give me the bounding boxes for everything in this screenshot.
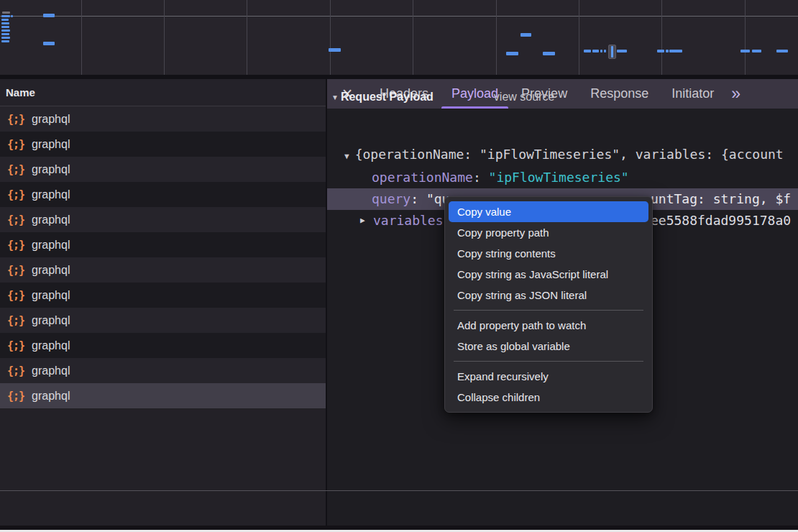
waterfall-bar xyxy=(43,14,55,17)
property-key: query xyxy=(372,191,411,206)
waterfall-bar xyxy=(604,50,606,52)
request-name-label: graphql xyxy=(32,138,70,151)
request-row[interactable]: {;}graphql xyxy=(0,283,326,308)
more-tabs-chevron-icon[interactable]: » xyxy=(731,84,739,104)
request-name-label: graphql xyxy=(32,239,70,252)
overview-gridline xyxy=(164,0,165,75)
json-braces-icon: {;} xyxy=(7,239,24,252)
section-title: Request Payload xyxy=(341,91,434,104)
payload-operationname-row[interactable]: operationName: "ipFlowTimeseries" xyxy=(372,170,629,185)
network-overview[interactable] xyxy=(0,0,798,75)
json-braces-icon: {;} xyxy=(7,364,24,377)
waterfall-bar xyxy=(43,42,55,45)
horizontal-divider xyxy=(0,490,798,491)
waterfall-bar xyxy=(506,52,518,55)
request-row[interactable]: {;}graphql xyxy=(0,232,326,257)
menu-item-copy-string-as-javascript-literal[interactable]: Copy string as JavaScript literal xyxy=(449,264,648,285)
request-list-body: {;}graphql{;}graphql{;}graphql{;}graphql… xyxy=(0,106,326,408)
request-name-label: graphql xyxy=(32,163,70,176)
waterfall-bar xyxy=(1,26,9,28)
payload-root-row[interactable]: ▼{operationName: "ipFlowTimeseries", var… xyxy=(344,147,784,162)
json-braces-icon: {;} xyxy=(7,264,24,277)
request-row[interactable]: {;}graphql xyxy=(0,157,326,182)
property-value: "ipFlowTimeseries" xyxy=(489,170,629,185)
waterfall-bar xyxy=(1,29,10,32)
variables-preview-right-fragment: ee5588fdad995178a0 xyxy=(651,210,791,231)
waterfall-bar xyxy=(1,37,10,39)
waterfall-bar xyxy=(2,12,10,14)
request-payload-section-header[interactable]: ▼ Request Payload view source xyxy=(331,91,554,104)
overview-gridline xyxy=(579,0,579,75)
waterfall-bar xyxy=(1,19,9,21)
tab-response[interactable]: Response xyxy=(579,79,660,109)
variables-expand-triangle-icon[interactable]: ▶ xyxy=(360,210,365,231)
request-name-label: graphql xyxy=(32,188,70,201)
overview-gridline xyxy=(81,0,82,75)
request-name-label: graphql xyxy=(32,113,70,126)
menu-divider xyxy=(454,361,643,362)
request-row[interactable]: {;}graphql xyxy=(0,207,326,232)
request-list-pane: Name {;}graphql{;}graphql{;}graphql{;}gr… xyxy=(0,79,326,526)
request-row[interactable]: {;}graphql xyxy=(0,308,326,333)
waterfall-bar xyxy=(584,50,591,52)
property-key: variables xyxy=(373,210,444,231)
request-name-label: graphql xyxy=(32,364,70,377)
json-braces-icon: {;} xyxy=(7,289,24,302)
overview-gridline xyxy=(745,0,746,75)
request-row[interactable]: {;}graphql xyxy=(0,257,326,283)
section-expand-triangle-icon[interactable]: ▼ xyxy=(331,93,339,101)
menu-item-add-property-path-to-watch[interactable]: Add property path to watch xyxy=(449,315,648,336)
overview-gridline xyxy=(330,0,331,75)
menu-item-copy-property-path[interactable]: Copy property path xyxy=(449,222,648,243)
menu-item-collapse-children[interactable]: Collapse children xyxy=(449,387,648,408)
root-expand-triangle-icon[interactable]: ▼ xyxy=(344,152,349,161)
request-row[interactable]: {;}graphql xyxy=(0,358,326,383)
colon: : xyxy=(411,191,426,206)
name-column-header[interactable]: Name xyxy=(0,79,326,106)
json-braces-icon: {;} xyxy=(7,339,24,352)
menu-item-expand-recursively[interactable]: Expand recursively xyxy=(449,366,648,387)
overview-gridline xyxy=(496,0,497,75)
colon: : xyxy=(473,170,489,185)
overview-gridline xyxy=(661,0,662,75)
waterfall-bar xyxy=(669,50,682,52)
waterfall-bar xyxy=(657,50,664,52)
json-braces-icon: {;} xyxy=(7,163,24,176)
request-name-label: graphql xyxy=(32,314,70,327)
request-row[interactable]: {;}graphql xyxy=(0,106,326,132)
menu-divider xyxy=(454,310,643,311)
waterfall-bar xyxy=(592,50,599,52)
menu-item-store-as-global-variable[interactable]: Store as global variable xyxy=(449,336,648,357)
request-name-label: graphql xyxy=(32,339,70,352)
json-braces-icon: {;} xyxy=(7,314,24,327)
waterfall-bar xyxy=(543,52,555,55)
waterfall-bar xyxy=(740,50,750,52)
waterfall-bar xyxy=(1,22,9,24)
root-object-preview: {operationName: "ipFlowTimeseries", vari… xyxy=(355,147,784,162)
menu-item-copy-string-contents[interactable]: Copy string contents xyxy=(449,243,648,264)
waterfall-bar xyxy=(520,33,531,37)
name-column-label: Name xyxy=(6,86,35,98)
property-key: operationName xyxy=(372,170,473,185)
waterfall-bar xyxy=(752,50,761,52)
request-name-label: graphql xyxy=(32,289,70,302)
menu-item-copy-string-as-json-literal[interactable]: Copy string as JSON literal xyxy=(449,285,648,306)
request-row[interactable]: {;}graphql xyxy=(0,132,326,157)
context-menu: Copy valueCopy property pathCopy string … xyxy=(444,196,653,413)
overview-ruler-line xyxy=(0,16,798,17)
waterfall-bar xyxy=(617,50,627,52)
tab-initiator[interactable]: Initiator xyxy=(660,79,725,109)
json-braces-icon: {;} xyxy=(7,188,24,201)
query-key-value-left: query: "qu xyxy=(372,188,449,210)
request-row[interactable]: {;}graphql xyxy=(0,182,326,207)
waterfall-bar xyxy=(329,48,341,52)
json-braces-icon: {;} xyxy=(7,113,24,126)
waterfall-bar xyxy=(666,50,669,52)
waterfall-bar xyxy=(776,50,788,52)
request-name-label: graphql xyxy=(32,390,70,403)
menu-item-copy-value[interactable]: Copy value xyxy=(449,201,648,222)
json-braces-icon: {;} xyxy=(7,390,24,403)
request-row[interactable]: {;}graphql xyxy=(0,383,326,408)
view-source-link[interactable]: view source xyxy=(494,91,554,104)
request-row[interactable]: {;}graphql xyxy=(0,333,326,358)
